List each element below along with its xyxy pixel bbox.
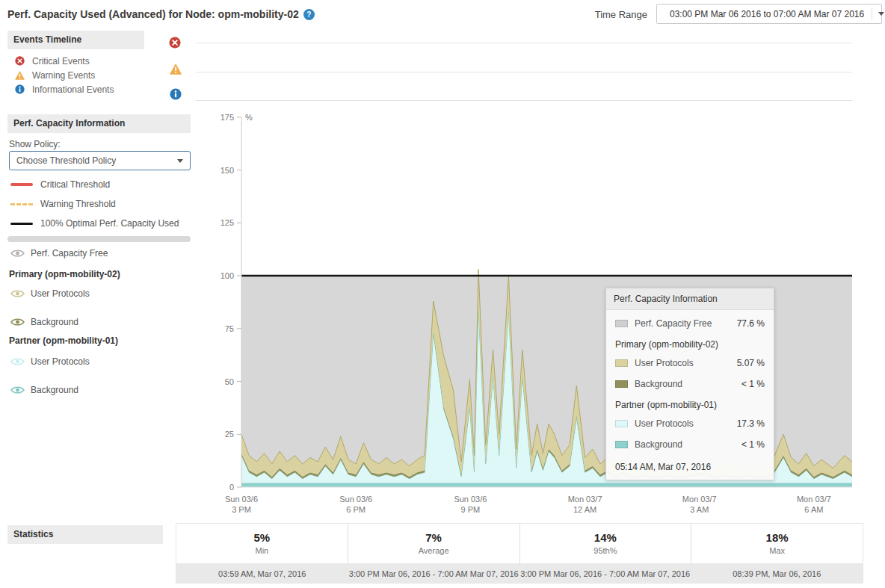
critical-icon <box>15 56 25 66</box>
y-tick-label: 50 <box>225 377 234 386</box>
x-tick-date-label: Sun 03/6 <box>339 495 372 504</box>
tooltip-swatch <box>615 359 628 367</box>
info-events-row-icon[interactable] <box>170 88 182 103</box>
tooltip-series-row: Background< 1 % <box>606 434 774 455</box>
tooltip-series-row: Perf. Capacity Free77.6 % <box>606 313 774 334</box>
warning-icon <box>15 71 25 80</box>
x-tick-date-label: Mon 03/7 <box>682 495 717 504</box>
info-icon <box>170 88 182 100</box>
warning-icon <box>170 64 182 75</box>
stat-detail-max: 08:39 PM, Mar 06, 2016 <box>691 569 863 578</box>
events-legend-label: Warning Events <box>32 70 95 81</box>
show-policy-label: Show Policy: <box>9 139 61 149</box>
series-group-partner-opm-mobility-01: Partner (opm-mobility-01) <box>9 335 118 346</box>
page-title: Perf. Capacity Used (Advanced) for Node:… <box>7 8 315 20</box>
events-timeline-row-line <box>196 72 852 72</box>
page-title-text: Perf. Capacity Used (Advanced) for Node:… <box>7 8 299 20</box>
perf-capacity-page: Perf. Capacity Used (Advanced) for Node:… <box>0 0 885 588</box>
help-icon[interactable]: ? <box>303 9 315 20</box>
x-tick-hour-label: 9 PM <box>461 505 481 514</box>
series-toggle-label: User Protocols <box>31 356 90 367</box>
threshold-legend-item: 100% Optimal Perf. Capacity Used <box>10 214 179 233</box>
tooltip-title: Perf. Capacity Information <box>606 288 774 310</box>
series-toggle-label: Background <box>31 317 78 327</box>
chart-tooltip: Perf. Capacity Information Perf. Capacit… <box>605 288 774 480</box>
events-legend-label: Critical Events <box>32 56 90 66</box>
series-toggle-user-protocols-2[interactable]: User Protocols <box>10 288 90 299</box>
events-legend: Critical EventsWarning EventsInformation… <box>15 54 114 96</box>
events-legend-item-critical: Critical Events <box>15 54 114 68</box>
y-axis-unit-label: % <box>245 113 253 122</box>
eye-icon <box>10 249 25 258</box>
tooltip-group-label: Partner (opm-mobility-01) <box>606 394 774 413</box>
threshold-swatch <box>10 203 33 205</box>
stat-max: 18%Max <box>691 524 863 563</box>
y-tick-label: 75 <box>225 324 234 333</box>
x-tick-date-label: Mon 03/7 <box>797 495 831 504</box>
tooltip-timestamp: 05:14 AM, Mar 07, 2016 <box>606 455 774 480</box>
stat-average: 7%Average <box>348 524 519 563</box>
events-legend-item-info: Informational Events <box>15 82 114 96</box>
events-legend-label: Informational Events <box>32 84 114 95</box>
time-range-value: 03:00 PM Mar 06 2016 to 07:00 AM Mar 07 … <box>670 9 864 19</box>
tooltip-swatch <box>615 441 628 448</box>
y-tick-label: 175 <box>221 113 234 122</box>
threshold-legend: Critical ThresholdWarning Threshold100% … <box>10 175 179 233</box>
series-toggle-background-6[interactable]: Background <box>10 385 78 395</box>
partner-background-area <box>241 483 852 487</box>
tooltip-series-row: User Protocols17.3 % <box>606 413 774 434</box>
threshold-policy-select[interactable]: Choose Threshold Policy <box>9 151 191 170</box>
capacity-info-header: Perf. Capacity Information <box>7 114 191 133</box>
critical-icon <box>169 37 181 49</box>
series-toggle-label: Perf. Capacity Free <box>31 248 108 259</box>
x-tick-hour-label: 12 AM <box>573 505 596 514</box>
x-tick-date-label: Mon 03/7 <box>568 495 602 504</box>
threshold-swatch <box>10 223 33 225</box>
stat-95th: 14%95th% <box>519 524 691 563</box>
y-tick-label: 125 <box>221 218 234 227</box>
stat-min: 5%Min <box>176 524 348 563</box>
time-range-label: Time Range <box>590 9 647 20</box>
eye-icon <box>10 386 25 394</box>
time-range-caret-wrap <box>872 7 884 20</box>
stat-detail-average: 3:00 PM Mar 06, 2016 - 7:00 AM Mar 07, 2… <box>348 569 520 578</box>
tooltip-series-row: User Protocols5.07 % <box>606 353 774 374</box>
y-tick-label: 100 <box>221 271 234 280</box>
x-tick-hour-label: 3 PM <box>232 505 251 514</box>
y-tick-label: 150 <box>221 166 234 175</box>
perf-capacity-chart[interactable]: 0255075100125150175%Sun 03/63 PMSun 03/6… <box>179 108 885 516</box>
stat-detail-min: 03:59 AM, Mar 07, 2016 <box>176 569 348 578</box>
threshold-policy-value: Choose Threshold Policy <box>16 155 116 166</box>
sidebar-scrollbar[interactable] <box>7 236 191 242</box>
threshold-legend-item: Critical Threshold <box>10 175 179 194</box>
threshold-swatch <box>10 183 33 186</box>
series-toggle-background-3[interactable]: Background <box>10 317 78 327</box>
x-tick-date-label: Sun 03/6 <box>454 495 487 504</box>
series-toggle-label: User Protocols <box>31 288 90 299</box>
warning-events-row-icon[interactable] <box>170 64 182 78</box>
eye-icon <box>10 289 25 298</box>
threshold-legend-item: Warning Threshold <box>10 194 179 214</box>
tooltip-group-label: Primary (opm-mobility-02) <box>606 334 774 353</box>
events-timeline-header: Events Timeline <box>7 31 144 49</box>
x-tick-hour-label: 6 AM <box>804 505 823 514</box>
events-timeline-row-line <box>196 43 852 43</box>
series-toggle-perf-capacity-free-0[interactable]: Perf. Capacity Free <box>10 248 108 259</box>
events-timeline-row-line <box>196 100 852 101</box>
eye-icon <box>10 357 25 366</box>
critical-events-row-icon[interactable] <box>169 37 181 52</box>
eye-icon <box>10 318 25 327</box>
time-range-picker[interactable]: 03:00 PM Mar 06 2016 to 07:00 AM Mar 07 … <box>656 4 882 24</box>
stat-detail-95th: 3:00 PM Mar 06, 2016 - 7:00 AM Mar 07, 2… <box>519 569 691 578</box>
tooltip-series-row: Background< 1 % <box>606 374 774 394</box>
events-legend-item-warning: Warning Events <box>15 68 114 82</box>
x-tick-date-label: Sun 03/6 <box>225 495 258 504</box>
info-icon <box>15 84 25 94</box>
series-toggle-label: Background <box>31 385 78 395</box>
x-tick-hour-label: 6 PM <box>346 505 366 514</box>
statistics-table: 5%Min7%Average14%95th%18%Max 03:59 AM, M… <box>176 523 863 584</box>
x-tick-hour-label: 3 AM <box>690 505 709 514</box>
tooltip-swatch <box>615 420 628 427</box>
series-toggle-user-protocols-5[interactable]: User Protocols <box>10 356 90 367</box>
chevron-down-icon <box>878 12 884 16</box>
